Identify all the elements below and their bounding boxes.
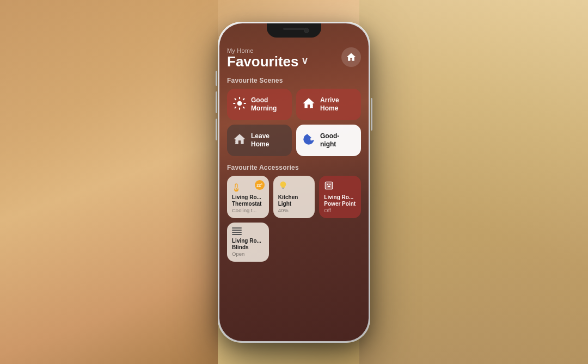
accessory-power-point[interactable]: Living Ro...Power Point Off xyxy=(319,176,361,218)
arrive-home-icon xyxy=(302,96,316,113)
phone-content: My Home Favourites ∨ Favourite xyxy=(219,38,369,341)
favourites-text: Favourites xyxy=(227,54,299,70)
good-night-icon xyxy=(302,132,316,149)
kitchen-light-info: KitchenLight 40% xyxy=(278,194,310,213)
speaker xyxy=(283,28,305,30)
blinds-icon xyxy=(232,227,264,235)
home-icon-button[interactable] xyxy=(341,47,361,67)
good-morning-icon xyxy=(232,96,247,113)
home-icon xyxy=(346,52,357,63)
svg-point-8 xyxy=(327,184,328,185)
power-point-icon xyxy=(324,181,356,192)
svg-rect-10 xyxy=(328,186,330,187)
scene-leave-home[interactable]: LeaveHome xyxy=(227,125,292,156)
volume-up-button[interactable] xyxy=(216,91,217,113)
scene-arrive-home-text: ArriveHome xyxy=(320,96,339,113)
svg-rect-6 xyxy=(282,188,284,189)
notch xyxy=(267,23,321,38)
svg-rect-7 xyxy=(326,182,333,189)
phone: My Home Favourites ∨ Favourite xyxy=(218,22,370,343)
front-camera xyxy=(304,28,309,33)
accessories-row2: Living Ro...Blinds Open xyxy=(227,223,361,262)
blinds-status: Open xyxy=(232,251,264,257)
accessories-section-label: Favourite Accessories xyxy=(227,164,361,171)
scene-arrive-home[interactable]: ArriveHome xyxy=(296,89,361,120)
title-block: My Home Favourites ∨ xyxy=(227,47,308,70)
svg-rect-5 xyxy=(281,188,284,189)
blinds-info: Living Ro...Blinds Open xyxy=(232,238,264,257)
volume-down-button[interactable] xyxy=(216,119,217,140)
thermostat-info: Living Ro...Thermostat Cooling t... xyxy=(232,194,264,213)
mute-button[interactable] xyxy=(216,71,217,86)
phone-frame: My Home Favourites ∨ Favourite xyxy=(218,22,370,343)
power-point-status: Off xyxy=(324,207,356,213)
thermostat-name: Living Ro...Thermostat xyxy=(232,194,264,207)
accessories-grid: 22° Living Ro...Thermostat Cooling t... xyxy=(227,176,361,218)
temp-badge: 22° xyxy=(255,180,265,190)
app-header: My Home Favourites ∨ xyxy=(227,47,361,70)
accessory-thermostat[interactable]: 22° Living Ro...Thermostat Cooling t... xyxy=(227,176,269,218)
room-left xyxy=(0,0,218,364)
power-button[interactable] xyxy=(371,98,372,131)
scene-good-morning[interactable]: GoodMorning xyxy=(227,89,292,120)
accessory-blinds[interactable]: Living Ro...Blinds Open xyxy=(227,223,269,262)
scene-good-morning-text: GoodMorning xyxy=(251,96,277,113)
room-right xyxy=(359,0,588,364)
svg-point-9 xyxy=(329,184,330,185)
chevron-down-icon[interactable]: ∨ xyxy=(301,56,308,67)
scene-good-night-text: Good-night xyxy=(320,132,339,149)
leave-home-icon xyxy=(232,132,247,149)
phone-screen: My Home Favourites ∨ Favourite xyxy=(219,23,369,341)
kitchen-light-icon xyxy=(278,181,310,192)
scenes-section-label: Favourite Scenes xyxy=(227,77,361,84)
accessory-kitchen-light[interactable]: KitchenLight 40% xyxy=(273,176,315,218)
scene-leave-home-text: LeaveHome xyxy=(251,132,270,149)
thermostat-status: Cooling t... xyxy=(232,207,264,213)
power-point-name: Living Ro...Power Point xyxy=(324,194,356,207)
blinds-name: Living Ro...Blinds xyxy=(232,238,264,251)
kitchen-light-name: KitchenLight xyxy=(278,194,310,207)
power-point-info: Living Ro...Power Point Off xyxy=(324,194,356,213)
kitchen-light-status: 40% xyxy=(278,207,310,213)
svg-point-1 xyxy=(237,101,242,106)
scenes-grid: GoodMorning ArriveHome xyxy=(227,89,361,156)
svg-point-4 xyxy=(236,188,237,190)
scene-good-night[interactable]: Good-night xyxy=(296,125,361,156)
favourites-title: Favourites ∨ xyxy=(227,54,308,70)
